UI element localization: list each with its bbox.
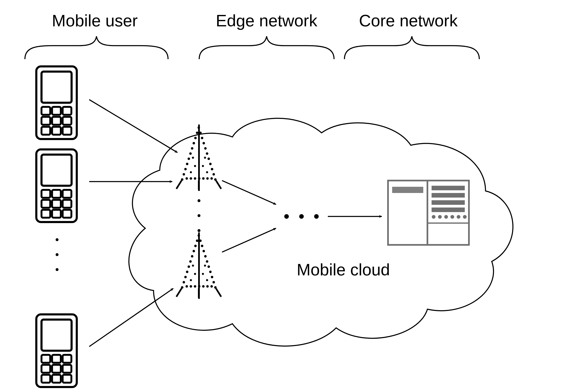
svg-point-3 [194, 137, 197, 139]
svg-point-14 [202, 142, 205, 144]
arrows [89, 100, 382, 346]
svg-point-12 [199, 132, 202, 134]
svg-point-5 [191, 147, 193, 150]
svg-point-28 [210, 177, 213, 180]
svg-point-81 [457, 215, 460, 219]
svg-rect-98 [52, 190, 61, 198]
svg-point-57 [185, 285, 188, 288]
svg-point-80 [451, 215, 454, 219]
svg-rect-114 [41, 375, 50, 383]
svg-point-42 [188, 266, 190, 268]
svg-point-7 [188, 158, 190, 160]
svg-rect-104 [52, 210, 61, 218]
svg-point-31 [194, 165, 196, 167]
svg-point-63 [210, 285, 213, 288]
svg-point-20 [212, 173, 215, 176]
svg-point-48 [201, 245, 203, 247]
svg-point-10 [183, 173, 185, 176]
svg-rect-112 [52, 365, 61, 373]
svg-point-62 [206, 285, 209, 288]
svg-point-30 [204, 157, 206, 159]
svg-point-40 [191, 255, 193, 258]
svg-rect-70 [388, 180, 469, 245]
svg-point-17 [207, 158, 210, 160]
svg-rect-115 [52, 375, 61, 383]
svg-point-18 [209, 163, 212, 165]
svg-point-32 [202, 165, 204, 167]
svg-point-9 [184, 168, 187, 170]
svg-point-15 [204, 147, 207, 150]
ellipsis-horizontal [284, 214, 319, 219]
server-icon [388, 180, 469, 245]
ellipsis-vertical [56, 238, 58, 271]
svg-point-60 [198, 285, 200, 288]
svg-rect-85 [41, 72, 71, 103]
svg-point-52 [207, 266, 210, 268]
diagram-canvas: Mobile user Edge network Core network Mo… [0, 0, 582, 392]
svg-point-11 [181, 178, 183, 181]
svg-rect-100 [41, 200, 50, 208]
svg-point-25 [198, 177, 200, 180]
svg-rect-74 [432, 193, 465, 198]
arrow-tower1-mid [222, 180, 276, 204]
svg-rect-75 [432, 200, 465, 205]
svg-point-66 [194, 273, 196, 275]
brace-edge-network [199, 36, 334, 59]
svg-rect-88 [63, 107, 71, 115]
svg-point-59 [194, 285, 196, 288]
svg-rect-105 [63, 210, 71, 218]
svg-point-79 [444, 215, 448, 219]
svg-point-37 [196, 240, 198, 242]
svg-point-61 [202, 285, 205, 288]
svg-rect-111 [41, 365, 50, 373]
svg-rect-0 [198, 124, 200, 191]
svg-point-69 [206, 279, 208, 281]
svg-rect-108 [41, 355, 50, 363]
mobile-cloud-icon [129, 118, 513, 346]
svg-rect-35 [198, 232, 200, 299]
svg-point-24 [194, 177, 196, 180]
svg-point-1 [197, 126, 200, 129]
svg-point-27 [206, 177, 209, 180]
arrow-phone3-tower2 [89, 288, 173, 346]
svg-point-38 [194, 245, 197, 247]
svg-point-44 [184, 276, 187, 278]
svg-rect-107 [41, 320, 71, 351]
svg-rect-73 [432, 186, 465, 190]
svg-point-55 [212, 281, 215, 284]
svg-point-34 [206, 171, 208, 173]
mobile-phone-icon [35, 313, 78, 388]
svg-point-67 [202, 273, 204, 275]
svg-point-53 [209, 270, 212, 273]
svg-point-50 [204, 255, 207, 258]
svg-rect-86 [41, 107, 50, 115]
arrow-tower2-mid [222, 228, 276, 252]
label-mobile-user: Mobile user [52, 12, 138, 29]
svg-point-54 [211, 276, 213, 278]
svg-rect-91 [63, 117, 71, 125]
svg-point-4 [193, 142, 195, 144]
arrow-phone1-tower1 [89, 100, 177, 152]
svg-point-39 [193, 250, 195, 252]
svg-point-26 [202, 177, 205, 180]
svg-rect-93 [52, 127, 61, 135]
svg-rect-89 [41, 117, 50, 125]
svg-rect-116 [63, 375, 71, 383]
ellipsis-vertical [197, 199, 200, 232]
svg-rect-113 [63, 365, 71, 373]
svg-rect-109 [52, 355, 61, 363]
svg-point-68 [190, 279, 192, 281]
svg-point-21 [214, 178, 217, 181]
svg-point-22 [185, 177, 188, 180]
svg-rect-94 [63, 127, 71, 135]
svg-point-46 [181, 286, 183, 289]
mobile-phone-icon [35, 148, 78, 223]
svg-point-45 [183, 281, 185, 284]
svg-rect-103 [41, 210, 50, 218]
brace-mobile-user [25, 36, 168, 59]
svg-point-16 [206, 152, 208, 155]
svg-point-29 [192, 157, 194, 159]
cell-tower-icon [176, 124, 221, 191]
label-mobile-cloud: Mobile cloud [297, 262, 390, 278]
svg-rect-87 [52, 107, 61, 115]
